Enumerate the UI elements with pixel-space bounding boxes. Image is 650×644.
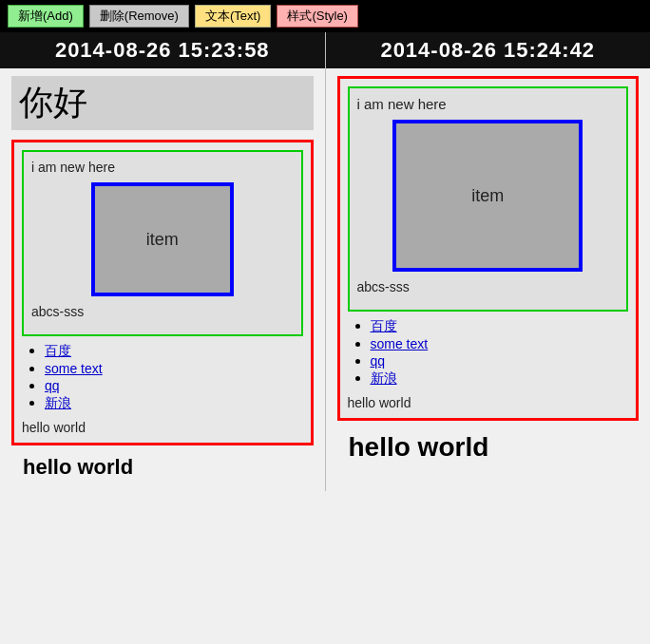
left-outer-red-box: i am new here item abcs-sss 百度 some text… xyxy=(11,140,314,445)
text-button[interactable]: 文本(Text) xyxy=(195,5,272,28)
right-panel-body: i am new here item abcs-sss 百度 some text… xyxy=(326,68,651,474)
link-qq-left[interactable]: qq xyxy=(45,378,60,393)
right-outer-red-box: i am new here item abcs-sss 百度 some text… xyxy=(337,76,640,421)
right-abcs-text: abcs-sss xyxy=(357,279,620,294)
list-item: 新浪 xyxy=(45,394,303,412)
link-baidu-right[interactable]: 百度 xyxy=(371,318,397,333)
right-new-here-text: i am new here xyxy=(357,96,620,112)
list-item: some text xyxy=(371,335,629,352)
list-item: 百度 xyxy=(45,342,303,360)
right-hello-inner: hello world xyxy=(348,395,629,410)
link-xinlang-left[interactable]: 新浪 xyxy=(45,395,71,410)
link-sometext-left[interactable]: some text xyxy=(45,361,103,376)
link-qq-right[interactable]: qq xyxy=(371,353,386,369)
left-link-list: 百度 some text qq 新浪 xyxy=(22,342,303,412)
right-link-list: 百度 some text qq 新浪 xyxy=(348,317,629,388)
right-panel: 2014-08-26 15:24:42 i am new here item a… xyxy=(326,32,651,491)
left-panel: 2014-08-26 15:23:58 你好 i am new here ite… xyxy=(0,32,325,491)
remove-button[interactable]: 删除(Remove) xyxy=(89,5,189,28)
list-item: 百度 xyxy=(371,317,629,335)
left-new-here-text: i am new here xyxy=(31,160,294,175)
chinese-greeting: 你好 xyxy=(11,76,314,130)
list-item: some text xyxy=(45,360,303,377)
left-panel-body: 你好 i am new here item abcs-sss 百度 some t… xyxy=(0,68,325,491)
right-timestamp: 2014-08-26 15:24:42 xyxy=(326,32,651,68)
add-button[interactable]: 新增(Add) xyxy=(8,5,84,28)
list-item: 新浪 xyxy=(371,369,629,388)
left-hello-inner: hello world xyxy=(22,420,303,435)
left-timestamp: 2014-08-26 15:23:58 xyxy=(0,32,325,68)
link-xinlang-right[interactable]: 新浪 xyxy=(371,370,397,386)
left-item-label: item xyxy=(146,230,179,250)
left-abcs-text: abcs-sss xyxy=(31,304,294,319)
list-item: qq xyxy=(45,377,303,394)
right-item-label: item xyxy=(471,186,504,206)
right-hello-bottom: hello world xyxy=(337,432,640,463)
link-sometext-right[interactable]: some text xyxy=(371,336,429,351)
right-green-box: i am new here item abcs-sss xyxy=(348,86,629,312)
left-blue-box: item xyxy=(91,182,234,296)
link-baidu-left[interactable]: 百度 xyxy=(45,343,71,358)
list-item: qq xyxy=(371,352,629,369)
left-green-box: i am new here item abcs-sss xyxy=(22,150,303,336)
style-button[interactable]: 样式(Style) xyxy=(277,5,358,28)
toolbar: 新增(Add) 删除(Remove) 文本(Text) 样式(Style) xyxy=(0,0,650,32)
main-area: 2014-08-26 15:23:58 你好 i am new here ite… xyxy=(0,32,650,491)
left-hello-bottom: hello world xyxy=(11,455,314,480)
right-blue-box: item xyxy=(392,120,583,272)
